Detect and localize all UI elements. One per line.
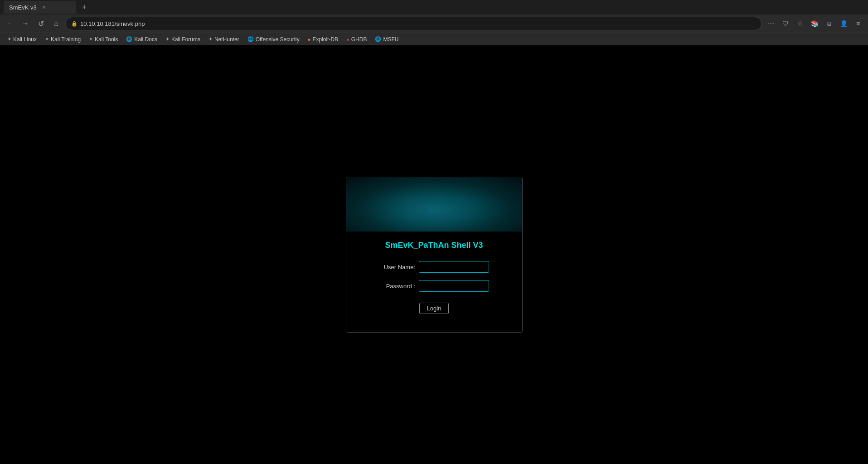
nethunter-icon: ✦ — [209, 36, 213, 42]
menu-button[interactable]: ≡ — [852, 17, 864, 30]
msfu-icon: 🌐 — [375, 36, 381, 42]
forward-button[interactable]: → — [19, 17, 32, 30]
url-display: 10.10.10.181/smevk.php — [80, 20, 145, 27]
kali-docs-icon: 🌐 — [126, 36, 132, 42]
tab-close-button[interactable]: × — [40, 4, 48, 11]
password-label: Password : — [379, 283, 415, 290]
library-button[interactable]: 📚 — [808, 17, 821, 30]
password-group: Password : — [360, 280, 509, 292]
bookmark-kali-forums[interactable]: ✦ Kali Forums — [162, 35, 204, 44]
bookmarks-bar: ✦ Kali Linux ✦ Kali Training ✦ Kali Tool… — [0, 33, 868, 45]
bookmark-offensive-security[interactable]: 🌐 Offensive Security — [244, 35, 303, 44]
offensive-security-label: Offensive Security — [256, 36, 300, 43]
kali-training-label: Kali Training — [51, 36, 81, 43]
bookmark-exploit-db[interactable]: ● Exploit-DB — [304, 35, 342, 44]
bookmark-kali-tools[interactable]: ✦ Kali Tools — [85, 35, 121, 44]
security-icon: 🔒 — [71, 21, 78, 27]
msfu-label: MSFU — [383, 36, 398, 43]
kali-linux-label: Kali Linux — [13, 36, 37, 43]
tab-bar: SmEvK v3 × + — [0, 0, 868, 14]
bookmark-kali-docs[interactable]: 🌐 Kali Docs — [122, 35, 161, 44]
login-card-body: SmEvK_PaThAn Shell V3 User Name: Passwor… — [346, 232, 522, 332]
address-bar[interactable]: 🔒 10.10.10.181/smevk.php — [65, 17, 762, 30]
nethunter-label: NetHunter — [214, 36, 239, 43]
bookmark-ghdb[interactable]: ● GHDB — [343, 35, 370, 44]
kali-forums-label: Kali Forums — [171, 36, 200, 43]
kali-tools-label: Kali Tools — [95, 36, 118, 43]
shield-button[interactable]: 🛡 — [779, 17, 792, 30]
kali-linux-icon: ✦ — [7, 36, 11, 42]
bookmark-kali-linux[interactable]: ✦ Kali Linux — [4, 35, 40, 44]
kali-docs-label: Kali Docs — [134, 36, 157, 43]
ghdb-label: GHDB — [351, 36, 367, 43]
kali-forums-icon: ✦ — [165, 36, 170, 42]
kali-tools-icon: ✦ — [89, 36, 93, 42]
password-input[interactable] — [419, 280, 489, 292]
login-title: SmEvK_PaThAn Shell V3 — [385, 241, 483, 250]
exploit-db-icon: ● — [308, 37, 311, 42]
username-group: User Name: — [360, 261, 509, 273]
bookmark-nethunter[interactable]: ✦ NetHunter — [205, 35, 243, 44]
split-view-button[interactable]: ⧉ — [823, 17, 835, 30]
username-label: User Name: — [379, 264, 415, 271]
login-card: SmEvK_PaThAn Shell V3 User Name: Passwor… — [346, 177, 523, 333]
nav-menu-buttons: ⋯ 🛡 ☆ 📚 ⧉ 👤 ≡ — [765, 17, 864, 30]
tab-title: SmEvK v3 — [9, 4, 37, 11]
kali-training-icon: ✦ — [45, 36, 49, 42]
profile-button[interactable]: 👤 — [837, 17, 850, 30]
bookmark-msfu[interactable]: 🌐 MSFU — [371, 35, 402, 44]
ghdb-icon: ● — [346, 37, 349, 42]
active-tab[interactable]: SmEvK v3 × — [4, 1, 76, 14]
bookmark-kali-training[interactable]: ✦ Kali Training — [41, 35, 84, 44]
login-button[interactable]: Login — [419, 303, 449, 314]
exploit-db-label: Exploit-DB — [312, 36, 338, 43]
browser-chrome: SmEvK v3 × + ← → ↺ ⌂ 🔒 10.10.10.181/smev… — [0, 0, 868, 45]
new-tab-button[interactable]: + — [78, 1, 91, 14]
login-card-header — [346, 177, 522, 232]
extensions-button[interactable]: ⋯ — [765, 17, 777, 30]
bookmark-button[interactable]: ☆ — [794, 17, 806, 30]
nav-bar: ← → ↺ ⌂ 🔒 10.10.10.181/smevk.php ⋯ 🛡 ☆ 📚… — [0, 14, 868, 33]
page-content: SmEvK_PaThAn Shell V3 User Name: Passwor… — [0, 45, 868, 464]
offensive-security-icon: 🌐 — [247, 36, 254, 42]
back-button[interactable]: ← — [4, 17, 16, 30]
username-input[interactable] — [419, 261, 489, 273]
reload-button[interactable]: ↺ — [34, 17, 47, 30]
home-button[interactable]: ⌂ — [50, 17, 63, 30]
